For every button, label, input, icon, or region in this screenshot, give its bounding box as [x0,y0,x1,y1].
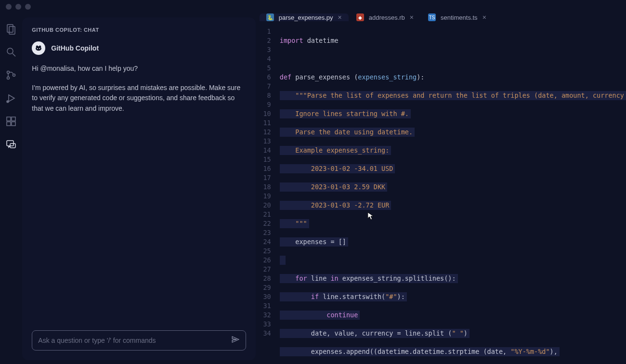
svg-point-2 [7,48,13,54]
chat-greeting: Hi @monalisa, how can I help you? [32,64,246,74]
activity-bar [0,13,22,364]
tab-label: parse_expenses.py [279,14,333,21]
mention: @monalisa [40,65,74,72]
svg-point-5 [7,77,10,79]
svg-point-4 [7,71,10,74]
python-file-icon: 🐍 [266,13,274,21]
tab-label: addresses.rb [369,14,405,21]
window-maximize-icon[interactable] [25,4,31,10]
line-numbers: 1234567891011121314151617181920212223242… [256,27,280,364]
svg-rect-0 [7,25,13,32]
svg-rect-10 [7,122,11,126]
copilot-name: GitHub Copilot [51,44,99,52]
explorer-icon[interactable] [5,23,17,35]
close-icon[interactable]: × [410,14,414,21]
chat-icon[interactable] [5,139,17,150]
code-editor[interactable]: 1234567891011121314151617181920212223242… [256,21,626,364]
svg-rect-12 [12,117,15,121]
tab-sentiments[interactable]: TS sentiments.ts × [421,13,493,21]
titlebar [0,0,626,13]
chat-disclaimer: I'm powered by AI, so surprises and mist… [32,83,246,114]
panel-title: GITHUB COPILOT: CHAT [22,27,255,41]
tab-bar: 🐍 parse_expenses.py × ◆ addresses.rb × T… [256,13,626,21]
svg-point-18 [39,48,40,49]
svg-rect-1 [9,26,15,34]
svg-point-19 [36,45,39,47]
tab-addresses[interactable]: ◆ addresses.rb × [350,13,420,21]
chat-input-field[interactable] [38,337,226,344]
close-icon[interactable]: × [483,14,486,21]
tab-label: sentiments.ts [441,14,478,21]
svg-point-17 [37,48,38,49]
copilot-chat-panel: GITHUB COPILOT: CHAT GitHub Copilot Hi @… [22,17,255,360]
extensions-icon[interactable] [5,116,17,127]
svg-point-6 [13,74,15,77]
window-minimize-icon[interactable] [15,4,21,10]
typescript-file-icon: TS [428,13,436,21]
tab-parse-expenses[interactable]: 🐍 parse_expenses.py × [260,13,349,21]
window-close-icon[interactable] [6,4,12,10]
ruby-file-icon: ◆ [356,13,364,21]
send-icon[interactable] [231,335,240,346]
close-icon[interactable]: × [338,14,342,21]
copilot-avatar-icon [32,41,45,55]
svg-line-3 [13,53,15,56]
source-control-icon[interactable] [5,69,17,81]
chat-input[interactable] [32,330,246,351]
svg-marker-7 [9,95,14,102]
code-content[interactable]: import datetime def parse_expenses (expe… [280,27,626,364]
svg-point-20 [39,45,41,47]
svg-rect-9 [7,117,11,121]
svg-rect-11 [12,122,15,126]
search-icon[interactable] [5,46,17,58]
run-debug-icon[interactable] [5,92,17,104]
editor-area: 🐍 parse_expenses.py × ◆ addresses.rb × T… [256,13,626,364]
svg-point-8 [7,101,9,103]
